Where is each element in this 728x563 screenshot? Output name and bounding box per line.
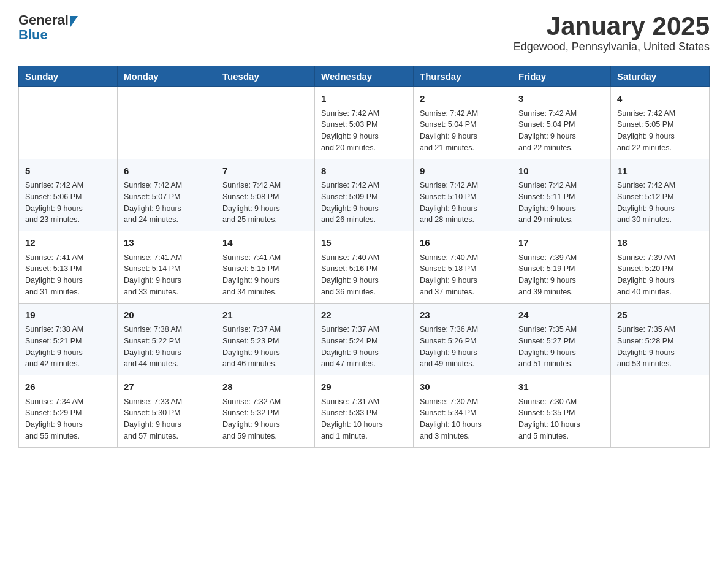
- calendar-cell: 8Sunrise: 7:42 AM Sunset: 5:09 PM Daylig…: [315, 159, 414, 231]
- calendar-cell: 3Sunrise: 7:42 AM Sunset: 5:04 PM Daylig…: [512, 87, 611, 159]
- day-number: 3: [518, 92, 604, 106]
- calendar-header-row: Sunday Monday Tuesday Wednesday Thursday…: [19, 66, 710, 87]
- calendar-cell: 14Sunrise: 7:41 AM Sunset: 5:15 PM Dayli…: [216, 231, 315, 304]
- day-info: Sunrise: 7:42 AM Sunset: 5:04 PM Dayligh…: [420, 108, 506, 154]
- day-info: Sunrise: 7:41 AM Sunset: 5:15 PM Dayligh…: [222, 252, 308, 298]
- calendar-week-row: 26Sunrise: 7:34 AM Sunset: 5:29 PM Dayli…: [19, 375, 710, 448]
- day-info: Sunrise: 7:42 AM Sunset: 5:12 PM Dayligh…: [617, 180, 703, 226]
- calendar-week-row: 1Sunrise: 7:42 AM Sunset: 5:03 PM Daylig…: [19, 87, 710, 159]
- day-number: 26: [25, 380, 111, 394]
- day-number: 20: [124, 308, 210, 323]
- calendar-cell: 6Sunrise: 7:42 AM Sunset: 5:07 PM Daylig…: [118, 159, 216, 231]
- day-info: Sunrise: 7:42 AM Sunset: 5:11 PM Dayligh…: [518, 180, 604, 226]
- day-number: 14: [222, 236, 308, 250]
- day-number: 21: [222, 308, 308, 323]
- day-number: 1: [321, 92, 407, 106]
- day-info: Sunrise: 7:35 AM Sunset: 5:28 PM Dayligh…: [617, 324, 703, 370]
- day-info: Sunrise: 7:41 AM Sunset: 5:13 PM Dayligh…: [25, 252, 111, 298]
- calendar-cell: 25Sunrise: 7:35 AM Sunset: 5:28 PM Dayli…: [611, 303, 710, 375]
- day-number: 5: [25, 164, 111, 178]
- col-saturday: Saturday: [611, 66, 710, 87]
- day-info: Sunrise: 7:31 AM Sunset: 5:33 PM Dayligh…: [321, 396, 407, 442]
- day-number: 16: [420, 236, 506, 250]
- logo-triangle-icon: [70, 16, 78, 27]
- day-number: 17: [518, 236, 604, 250]
- calendar-cell: 27Sunrise: 7:33 AM Sunset: 5:30 PM Dayli…: [118, 375, 216, 448]
- calendar-cell: 26Sunrise: 7:34 AM Sunset: 5:29 PM Dayli…: [19, 375, 118, 448]
- calendar-cell: 4Sunrise: 7:42 AM Sunset: 5:05 PM Daylig…: [611, 87, 710, 159]
- day-number: 13: [124, 236, 210, 250]
- day-info: Sunrise: 7:38 AM Sunset: 5:21 PM Dayligh…: [25, 324, 111, 370]
- day-info: Sunrise: 7:41 AM Sunset: 5:14 PM Dayligh…: [124, 252, 210, 298]
- day-number: 12: [25, 236, 111, 250]
- calendar-cell: 24Sunrise: 7:35 AM Sunset: 5:27 PM Dayli…: [512, 303, 611, 375]
- day-number: 10: [518, 164, 604, 178]
- day-info: Sunrise: 7:42 AM Sunset: 5:08 PM Dayligh…: [222, 180, 308, 226]
- calendar-cell: [118, 87, 216, 159]
- calendar-cell: 9Sunrise: 7:42 AM Sunset: 5:10 PM Daylig…: [414, 159, 512, 231]
- day-info: Sunrise: 7:34 AM Sunset: 5:29 PM Dayligh…: [25, 396, 111, 442]
- calendar-cell: [19, 87, 118, 159]
- calendar-table: Sunday Monday Tuesday Wednesday Thursday…: [18, 66, 710, 448]
- day-info: Sunrise: 7:36 AM Sunset: 5:26 PM Dayligh…: [420, 324, 506, 370]
- day-info: Sunrise: 7:42 AM Sunset: 5:09 PM Dayligh…: [321, 180, 407, 226]
- calendar-week-row: 5Sunrise: 7:42 AM Sunset: 5:06 PM Daylig…: [19, 159, 710, 231]
- calendar-cell: 19Sunrise: 7:38 AM Sunset: 5:21 PM Dayli…: [19, 303, 118, 375]
- calendar-cell: 23Sunrise: 7:36 AM Sunset: 5:26 PM Dayli…: [414, 303, 512, 375]
- day-number: 28: [222, 380, 308, 394]
- day-number: 4: [617, 92, 703, 106]
- calendar-subtitle: Edgewood, Pennsylvania, United States: [514, 40, 710, 53]
- calendar-week-row: 12Sunrise: 7:41 AM Sunset: 5:13 PM Dayli…: [19, 231, 710, 304]
- calendar-week-row: 19Sunrise: 7:38 AM Sunset: 5:21 PM Dayli…: [19, 303, 710, 375]
- title-area: January 2025 Edgewood, Pennsylvania, Uni…: [514, 12, 710, 53]
- calendar-cell: 15Sunrise: 7:40 AM Sunset: 5:16 PM Dayli…: [315, 231, 414, 304]
- calendar-cell: 18Sunrise: 7:39 AM Sunset: 5:20 PM Dayli…: [611, 231, 710, 304]
- logo: General Blue: [18, 12, 78, 42]
- day-info: Sunrise: 7:42 AM Sunset: 5:05 PM Dayligh…: [617, 108, 703, 154]
- day-info: Sunrise: 7:40 AM Sunset: 5:18 PM Dayligh…: [420, 252, 506, 298]
- calendar-title: January 2025: [514, 12, 710, 40]
- day-info: Sunrise: 7:32 AM Sunset: 5:32 PM Dayligh…: [222, 396, 308, 442]
- day-number: 24: [518, 308, 604, 323]
- day-number: 6: [124, 164, 210, 178]
- day-number: 31: [518, 380, 604, 394]
- calendar-cell: 21Sunrise: 7:37 AM Sunset: 5:23 PM Dayli…: [216, 303, 315, 375]
- day-info: Sunrise: 7:30 AM Sunset: 5:34 PM Dayligh…: [420, 396, 506, 442]
- day-number: 8: [321, 164, 407, 178]
- day-info: Sunrise: 7:38 AM Sunset: 5:22 PM Dayligh…: [124, 324, 210, 370]
- calendar-cell: 17Sunrise: 7:39 AM Sunset: 5:19 PM Dayli…: [512, 231, 611, 304]
- day-number: 29: [321, 380, 407, 394]
- day-number: 23: [420, 308, 506, 323]
- calendar-cell: 5Sunrise: 7:42 AM Sunset: 5:06 PM Daylig…: [19, 159, 118, 231]
- calendar-cell: 20Sunrise: 7:38 AM Sunset: 5:22 PM Dayli…: [118, 303, 216, 375]
- calendar-cell: 31Sunrise: 7:30 AM Sunset: 5:35 PM Dayli…: [512, 375, 611, 448]
- day-info: Sunrise: 7:37 AM Sunset: 5:24 PM Dayligh…: [321, 324, 407, 370]
- calendar-cell: 16Sunrise: 7:40 AM Sunset: 5:18 PM Dayli…: [414, 231, 512, 304]
- day-number: 9: [420, 164, 506, 178]
- day-info: Sunrise: 7:30 AM Sunset: 5:35 PM Dayligh…: [518, 396, 604, 442]
- day-number: 7: [222, 164, 308, 178]
- day-info: Sunrise: 7:42 AM Sunset: 5:03 PM Dayligh…: [321, 108, 407, 154]
- calendar-cell: 28Sunrise: 7:32 AM Sunset: 5:32 PM Dayli…: [216, 375, 315, 448]
- day-number: 22: [321, 308, 407, 323]
- day-number: 2: [420, 92, 506, 106]
- day-info: Sunrise: 7:35 AM Sunset: 5:27 PM Dayligh…: [518, 324, 604, 370]
- col-friday: Friday: [512, 66, 611, 87]
- col-monday: Monday: [118, 66, 216, 87]
- col-sunday: Sunday: [19, 66, 118, 87]
- calendar-cell: 2Sunrise: 7:42 AM Sunset: 5:04 PM Daylig…: [414, 87, 512, 159]
- logo-general: General: [18, 12, 69, 28]
- calendar-cell: 29Sunrise: 7:31 AM Sunset: 5:33 PM Dayli…: [315, 375, 414, 448]
- day-info: Sunrise: 7:42 AM Sunset: 5:07 PM Dayligh…: [124, 180, 210, 226]
- calendar-cell: 10Sunrise: 7:42 AM Sunset: 5:11 PM Dayli…: [512, 159, 611, 231]
- calendar-cell: 11Sunrise: 7:42 AM Sunset: 5:12 PM Dayli…: [611, 159, 710, 231]
- day-number: 27: [124, 380, 210, 394]
- col-tuesday: Tuesday: [216, 66, 315, 87]
- logo-blue: Blue: [18, 28, 78, 42]
- day-info: Sunrise: 7:39 AM Sunset: 5:20 PM Dayligh…: [617, 252, 703, 298]
- day-number: 18: [617, 236, 703, 250]
- calendar-cell: 12Sunrise: 7:41 AM Sunset: 5:13 PM Dayli…: [19, 231, 118, 304]
- calendar-cell: 22Sunrise: 7:37 AM Sunset: 5:24 PM Dayli…: [315, 303, 414, 375]
- day-number: 19: [25, 308, 111, 323]
- col-wednesday: Wednesday: [315, 66, 414, 87]
